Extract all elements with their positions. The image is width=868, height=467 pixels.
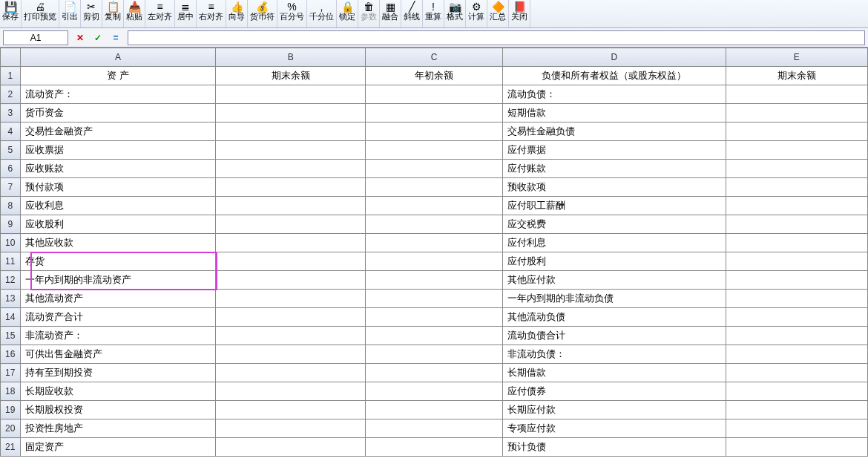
cell-E7[interactable] — [726, 178, 867, 197]
cell-C11[interactable] — [365, 252, 502, 271]
cell-E4[interactable] — [726, 123, 867, 141]
cell-C20[interactable] — [365, 419, 502, 438]
calc-button[interactable]: ⚙计算 — [466, 0, 487, 27]
cell-A3[interactable]: 货币资金 — [20, 104, 216, 123]
cell-D1[interactable]: 负债和所有者权益（或股东权益） — [503, 67, 726, 85]
cell-C13[interactable] — [365, 290, 502, 308]
cell-B20[interactable] — [216, 419, 365, 438]
row-header-5[interactable]: 5 — [1, 141, 21, 160]
cell-E3[interactable] — [726, 104, 867, 123]
column-header-B[interactable]: B — [216, 48, 365, 67]
align-right-button[interactable]: ≡右对齐 — [197, 0, 226, 27]
cell-E21[interactable] — [726, 438, 867, 457]
cell-C2[interactable] — [365, 85, 502, 104]
export-button[interactable]: 📄引出 — [59, 0, 81, 27]
row-header-2[interactable]: 2 — [1, 85, 21, 104]
cell-A14[interactable]: 流动资产合计 — [20, 308, 216, 327]
cell-D5[interactable]: 应付票据 — [503, 141, 726, 160]
cell-B8[interactable] — [216, 197, 365, 215]
cell-E19[interactable] — [726, 401, 867, 419]
cell-D18[interactable]: 应付债券 — [503, 382, 726, 401]
cell-E1[interactable]: 期末余额 — [726, 67, 867, 85]
cell-D9[interactable]: 应交税费 — [503, 215, 726, 234]
cell-C7[interactable] — [365, 178, 502, 197]
cell-D21[interactable]: 预计负债 — [503, 438, 726, 457]
cell-B19[interactable] — [216, 401, 365, 419]
cell-D3[interactable]: 短期借款 — [503, 104, 726, 123]
cell-D20[interactable]: 专项应付款 — [503, 419, 726, 438]
row-header-4[interactable]: 4 — [1, 123, 21, 141]
cell-E10[interactable] — [726, 234, 867, 252]
cell-E9[interactable] — [726, 215, 867, 234]
cell-C8[interactable] — [365, 197, 502, 215]
row-header-16[interactable]: 16 — [1, 345, 21, 364]
cell-C3[interactable] — [365, 104, 502, 123]
cell-D12[interactable]: 其他应付款 — [503, 271, 726, 290]
cancel-icon[interactable]: ✕ — [71, 30, 89, 45]
cell-C6[interactable] — [365, 160, 502, 178]
row-header-19[interactable]: 19 — [1, 401, 21, 419]
cell-B17[interactable] — [216, 364, 365, 382]
cell-D16[interactable]: 非流动负债： — [503, 345, 726, 364]
cell-C12[interactable] — [365, 271, 502, 290]
cell-B12[interactable] — [216, 271, 365, 290]
row-header-17[interactable]: 17 — [1, 364, 21, 382]
cell-B4[interactable] — [216, 123, 365, 141]
row-header-3[interactable]: 3 — [1, 104, 21, 123]
cell-C15[interactable] — [365, 327, 502, 345]
row-header-13[interactable]: 13 — [1, 290, 21, 308]
merge-button[interactable]: ▦融合 — [380, 0, 401, 27]
cell-A1[interactable]: 资 产 — [20, 67, 216, 85]
cell-D2[interactable]: 流动负债： — [503, 85, 726, 104]
cell-B15[interactable] — [216, 327, 365, 345]
cut-button[interactable]: ✂剪切 — [81, 0, 102, 27]
cell-D17[interactable]: 长期借款 — [503, 364, 726, 382]
cell-A6[interactable]: 应收账款 — [20, 160, 216, 178]
column-header-D[interactable]: D — [503, 48, 726, 67]
copy-button[interactable]: 📋复制 — [102, 0, 124, 27]
cell-C5[interactable] — [365, 141, 502, 160]
cell-A11[interactable]: 存货 — [20, 252, 216, 271]
cell-E12[interactable] — [726, 271, 867, 290]
cell-A12[interactable]: 一年内到期的非流动资产 — [20, 271, 216, 290]
row-header-20[interactable]: 20 — [1, 419, 21, 438]
cell-E5[interactable] — [726, 141, 867, 160]
cell-A21[interactable]: 固定资产 — [20, 438, 216, 457]
cell-E16[interactable] — [726, 345, 867, 364]
spreadsheet-grid[interactable]: ABCDE1资 产期末余额年初余额负债和所有者权益（或股东权益）期末余额2流动资… — [0, 48, 868, 457]
cell-C9[interactable] — [365, 215, 502, 234]
cell-B21[interactable] — [216, 438, 365, 457]
cell-C19[interactable] — [365, 401, 502, 419]
row-header-21[interactable]: 21 — [1, 438, 21, 457]
cell-B1[interactable]: 期末余额 — [216, 67, 365, 85]
close-button[interactable]: 📕关闭 — [509, 0, 530, 27]
cell-B18[interactable] — [216, 382, 365, 401]
cell-C16[interactable] — [365, 345, 502, 364]
cell-C18[interactable] — [365, 382, 502, 401]
cell-D7[interactable]: 预收款项 — [503, 178, 726, 197]
paste-button[interactable]: 📥粘贴 — [124, 0, 145, 27]
row-header-10[interactable]: 10 — [1, 234, 21, 252]
cell-A15[interactable]: 非流动资产： — [20, 327, 216, 345]
cell-B5[interactable] — [216, 141, 365, 160]
cell-E14[interactable] — [726, 308, 867, 327]
cell-A18[interactable]: 长期应收款 — [20, 382, 216, 401]
row-header-11[interactable]: 11 — [1, 252, 21, 271]
column-header-C[interactable]: C — [365, 48, 502, 67]
cell-B7[interactable] — [216, 178, 365, 197]
cell-C1[interactable]: 年初余额 — [365, 67, 502, 85]
cell-E20[interactable] — [726, 419, 867, 438]
row-header-9[interactable]: 9 — [1, 215, 21, 234]
column-header-A[interactable]: A — [20, 48, 216, 67]
cell-E18[interactable] — [726, 382, 867, 401]
cell-E6[interactable] — [726, 160, 867, 178]
cell-B13[interactable] — [216, 290, 365, 308]
cell-C10[interactable] — [365, 234, 502, 252]
summary-button[interactable]: 🔶汇总 — [487, 0, 509, 27]
cell-E8[interactable] — [726, 197, 867, 215]
cell-C4[interactable] — [365, 123, 502, 141]
print-preview-button[interactable]: 🖨打印预览 — [22, 0, 59, 27]
save-button[interactable]: 💾保存 — [0, 0, 22, 27]
cell-A5[interactable]: 应收票据 — [20, 141, 216, 160]
confirm-icon[interactable]: ✓ — [89, 30, 107, 45]
